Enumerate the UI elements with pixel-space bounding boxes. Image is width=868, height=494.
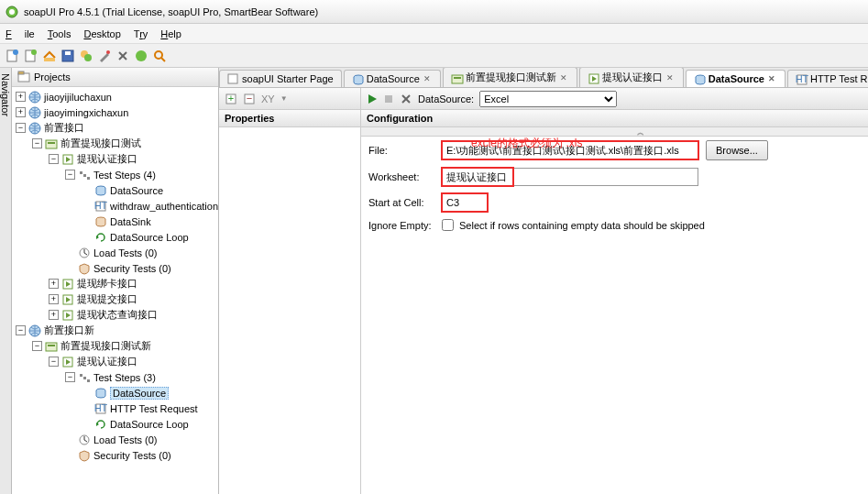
menu-try[interactable]: Try	[134, 28, 148, 39]
datasource-select[interactable]: Excel	[479, 91, 617, 107]
dropdown-icon[interactable]: ▼	[280, 94, 288, 103]
editor-tab[interactable]: 前置提现接口测试新✕	[443, 68, 577, 87]
properties-pane: Properties	[219, 110, 361, 494]
tree-node[interactable]: −前置提现接口测试	[12, 136, 218, 151]
collapse-handle[interactable]: ︽	[361, 127, 868, 137]
steps-icon	[78, 169, 91, 181]
project-tree-pane: Projects +jiaoyijiluchaxun+jiaoyimingxic…	[12, 68, 219, 494]
steps-icon	[78, 371, 91, 384]
tree-node[interactable]: +jiaoyimingxichaxun	[12, 104, 218, 120]
op-icon	[61, 278, 74, 291]
close-icon[interactable]: ✕	[666, 73, 676, 82]
tree-toggle-icon[interactable]: +	[16, 92, 26, 102]
tree-node[interactable]: DataSource Loop	[12, 229, 218, 245]
svg-text:HT: HT	[796, 73, 808, 84]
tree-toggle-icon[interactable]: −	[32, 138, 42, 148]
tree-node-label: Load Tests (0)	[93, 247, 158, 258]
tb-new-icon[interactable]	[5, 49, 20, 63]
tree-toggle-icon[interactable]: −	[65, 170, 75, 180]
menu-help[interactable]: Help	[160, 28, 181, 39]
add-prop-icon[interactable]: +	[225, 93, 237, 105]
menu-file[interactable]: File	[5, 28, 35, 39]
navigator-strip[interactable]: Navigator	[0, 68, 12, 494]
tree-toggle-icon[interactable]: +	[49, 310, 59, 320]
tree-node[interactable]: Load Tests (0)	[12, 432, 218, 447]
tree-toggle-icon[interactable]: −	[65, 372, 75, 382]
tree-node[interactable]: Load Tests (0)	[12, 245, 218, 260]
tb-save-icon[interactable]	[60, 49, 75, 63]
sec-icon	[78, 449, 91, 462]
tree-node-label: 提现绑卡接口	[77, 277, 137, 291]
tree-toggle-icon[interactable]: −	[32, 341, 42, 351]
tb-import-icon[interactable]	[42, 49, 57, 63]
tree-toggle-icon[interactable]: −	[16, 123, 26, 133]
tree-node[interactable]: −提现认证接口	[12, 151, 218, 167]
tree-node[interactable]: DataSink	[12, 214, 218, 229]
menu-tools[interactable]: Tools	[48, 28, 71, 39]
tree-node[interactable]: −Test Steps (4)	[12, 167, 218, 182]
tb-tools-icon[interactable]	[115, 49, 130, 63]
startcell-input[interactable]	[442, 193, 488, 212]
tree-toggle-icon[interactable]: −	[49, 357, 59, 367]
editor-tab[interactable]: soapUI Starter Page	[219, 70, 342, 87]
tree-toggle-icon[interactable]: −	[16, 325, 26, 335]
tree-node[interactable]: −Test Steps (3)	[12, 369, 218, 385]
tree-toggle-icon[interactable]: +	[16, 107, 26, 117]
window-title: soapUI Pro 4.5.1 (Trial License, soapUI …	[24, 6, 318, 17]
editor-tab[interactable]: DataSource✕	[344, 70, 441, 87]
editor-tab[interactable]: DataSource✕	[686, 70, 786, 87]
tree-node-label: 提现状态查询接口	[77, 308, 158, 322]
svg-rect-50	[87, 379, 90, 382]
svg-rect-72	[385, 95, 392, 103]
editor-tab[interactable]: HTHTTP Test Request✕	[787, 70, 868, 87]
worksheet-input[interactable]	[442, 168, 698, 186]
tree-node[interactable]: +jiaoyijiluchaxun	[12, 89, 218, 104]
tree-node[interactable]: HTwithdraw_authentication	[12, 198, 218, 214]
tree-node[interactable]: +提现提交接口	[12, 291, 218, 307]
tree-node[interactable]: Security Tests (0)	[12, 447, 218, 463]
tb-new2-icon[interactable]	[24, 49, 38, 63]
tab-label: HTTP Test Request	[810, 73, 868, 84]
stop-icon[interactable]	[383, 93, 394, 104]
tree-node[interactable]: −前置提现接口测试新	[12, 338, 218, 354]
run-icon[interactable]	[367, 93, 378, 104]
browse-button[interactable]: Browse...	[706, 140, 768, 160]
load-icon	[78, 247, 91, 259]
ds-icon	[694, 73, 705, 84]
tree-node[interactable]: −前置接口新	[12, 323, 218, 338]
tree-toggle-icon[interactable]: +	[49, 294, 59, 304]
tree-node[interactable]: +提现绑卡接口	[12, 276, 218, 291]
editor-tab[interactable]: 提现认证接口✕	[579, 68, 684, 87]
close-icon[interactable]: ✕	[768, 74, 777, 83]
tb-search-icon[interactable]	[152, 49, 167, 63]
tab-label: 提现认证接口	[602, 71, 663, 84]
tree-toggle-icon[interactable]: −	[49, 154, 59, 164]
ignore-checkbox[interactable]	[442, 219, 454, 231]
tree-node[interactable]: −前置接口	[12, 120, 218, 136]
svg-rect-18	[18, 71, 24, 74]
remove-prop-icon[interactable]: −	[243, 93, 256, 105]
tree-node[interactable]: DataSource	[12, 385, 218, 401]
tree-node[interactable]: +提现状态查询接口	[12, 307, 218, 323]
tree-header-label: Projects	[34, 71, 71, 82]
svg-rect-58	[228, 74, 237, 83]
config-icon[interactable]	[400, 93, 412, 105]
tree-node-label: Test Steps (3)	[93, 372, 156, 383]
menu-desktop[interactable]: Desktop	[83, 28, 120, 39]
tree-toggle-icon[interactable]: +	[49, 279, 59, 289]
tb-forum-icon[interactable]	[79, 49, 93, 63]
tree-node[interactable]: −提现认证接口	[12, 354, 218, 369]
tree-node[interactable]: Security Tests (0)	[12, 260, 218, 276]
tb-trial-icon[interactable]	[134, 49, 148, 63]
close-icon[interactable]: ✕	[423, 74, 433, 83]
tree-body[interactable]: +jiaoyijiluchaxun+jiaoyimingxichaxun−前置接…	[12, 87, 218, 494]
annotation-text: excle的格式必须为 .xls	[471, 136, 582, 151]
close-icon[interactable]: ✕	[560, 73, 569, 82]
globe-icon	[28, 122, 41, 135]
tree-node[interactable]: DataSource	[12, 182, 218, 198]
startcell-label: Start at Cell:	[368, 197, 442, 208]
tree-node[interactable]: HTHTTP Test Request	[12, 401, 218, 416]
tree-node[interactable]: DataSource Loop	[12, 416, 218, 432]
tree-node-label: 前置提现接口测试	[60, 137, 141, 150]
tb-prefs-icon[interactable]	[97, 49, 112, 63]
